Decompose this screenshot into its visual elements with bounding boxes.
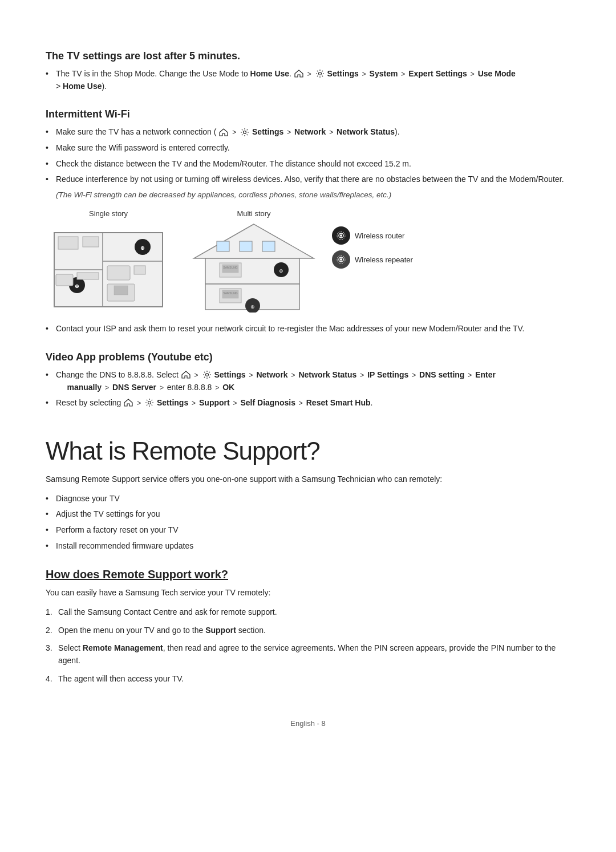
how-does-intro: You can easily have a Samsung Tech servi… (46, 587, 570, 599)
remote-support-bullets: Diagnose your TV Adjust the TV settings … (46, 493, 570, 553)
repeater-icon (332, 250, 350, 269)
footer-text: English - 8 (290, 719, 325, 728)
svg-rect-22 (240, 241, 252, 251)
settings-icon-3 (202, 370, 212, 379)
single-story-diagram: Single story ⊕ ⊕ (46, 209, 171, 313)
video-app-bullets: Change the DNS to 8.8.8.8. Select > Sett… (46, 369, 570, 409)
video-app-bullet-2: Reset by selecting > Settings > Support … (46, 397, 570, 409)
multi-story-svg: SAMSUNG ⊕ SAMSUNG ⊕ (188, 221, 319, 313)
tv-settings-bullet-1: The TV is in the Shop Mode. Change the U… (46, 68, 570, 92)
wireless-repeater-label: Wireless repeater (355, 255, 413, 264)
svg-rect-14 (56, 274, 73, 286)
wifi-bullets: Make sure the TV has a network connectio… (46, 126, 570, 186)
diagram-legend: Wireless router Wireless repeater (319, 226, 413, 269)
multi-story-label: Multi story (237, 209, 270, 218)
wireless-router-label: Wireless router (355, 232, 404, 240)
router-icon (332, 226, 350, 245)
single-story-label: Single story (89, 209, 128, 218)
remote-support-bullet-1: Diagnose your TV (46, 493, 570, 505)
settings-icon (315, 69, 325, 78)
svg-point-1 (244, 131, 246, 133)
wifi-bullet-1: Make sure the TV has a network connectio… (46, 126, 570, 139)
settings-icon-4 (145, 398, 154, 407)
svg-text:SAMSUNG: SAMSUNG (223, 266, 237, 269)
remote-support-intro: Samsung Remote Support service offers yo… (46, 473, 570, 486)
svg-rect-12 (107, 266, 130, 280)
svg-text:SAMSUNG: SAMSUNG (223, 291, 237, 295)
svg-rect-15 (77, 273, 99, 279)
svg-point-39 (340, 258, 342, 261)
chevron: > (307, 70, 311, 78)
home-icon-2 (219, 128, 228, 136)
settings-icon-2 (240, 128, 249, 137)
tv-settings-title: The TV settings are lost after 5 minutes… (46, 50, 570, 62)
svg-rect-6 (58, 237, 78, 249)
svg-marker-18 (194, 224, 314, 258)
svg-text:⊕: ⊕ (279, 268, 283, 274)
diagrams-section: Single story ⊕ ⊕ (46, 209, 570, 313)
wifi-bullet-4: Reduce interference by not using or turn… (46, 173, 570, 186)
remote-support-bullet-4: Install recommended firmware updates (46, 540, 570, 553)
step-2: Open the menu on your TV and go to the S… (46, 624, 570, 637)
svg-rect-17 (114, 286, 128, 295)
home-use-bold: Home Use (250, 69, 289, 78)
step-4: The agent will then access your TV. (46, 673, 570, 685)
svg-rect-23 (262, 241, 275, 251)
svg-point-36 (340, 234, 342, 237)
intermittent-wifi-title: Intermittent Wi-Fi (46, 108, 570, 120)
wifi-bullet-2: Make sure the Wifi password is entered c… (46, 142, 570, 155)
video-app-bullet-1: Change the DNS to 8.8.8.8. Select > Sett… (46, 369, 570, 393)
home-icon (294, 70, 303, 78)
step-1: Call the Samsung Contact Centre and ask … (46, 606, 570, 619)
svg-rect-21 (217, 241, 229, 251)
remote-support-bullet-2: Adjust the TV settings for you (46, 508, 570, 521)
wifi-bullet-3: Check the distance between the TV and th… (46, 158, 570, 171)
legend-wireless-repeater: Wireless repeater (332, 250, 413, 269)
svg-text:⊕: ⊕ (250, 304, 255, 310)
svg-point-40 (205, 374, 208, 376)
svg-rect-13 (134, 266, 145, 274)
wifi-note: (The Wi-Fi strength can be decreased by … (56, 190, 570, 199)
remote-support-bullet-3: Perform a factory reset on your TV (46, 524, 570, 537)
isp-bullet: Contact your ISP and ask them to reset y… (46, 323, 570, 335)
page-footer: English - 8 (46, 719, 570, 728)
how-does-title: How does Remote Support work? (46, 568, 570, 581)
multi-story-diagram: Multi story SAMSUNG ⊕ SAMSUNG (188, 209, 319, 313)
svg-text:⊕: ⊕ (75, 283, 79, 289)
remote-support-title: What is Remote Support? (46, 437, 570, 465)
single-story-svg: ⊕ ⊕ (46, 221, 171, 313)
home-icon-4 (124, 399, 133, 407)
how-does-steps: Call the Samsung Contact Centre and ask … (46, 606, 570, 685)
svg-point-0 (318, 72, 321, 75)
svg-rect-7 (83, 237, 99, 247)
home-icon-3 (181, 371, 191, 379)
svg-text:⊕: ⊕ (140, 245, 145, 251)
isp-bullet-list: Contact your ISP and ask them to reset y… (46, 323, 570, 335)
video-app-title: Video App problems (Youtube etc) (46, 351, 570, 363)
tv-settings-bullets: The TV is in the Shop Mode. Change the U… (46, 68, 570, 92)
legend-wireless-router: Wireless router (332, 226, 413, 245)
svg-point-41 (148, 401, 151, 404)
step-3: Select Remote Management, then read and … (46, 642, 570, 667)
